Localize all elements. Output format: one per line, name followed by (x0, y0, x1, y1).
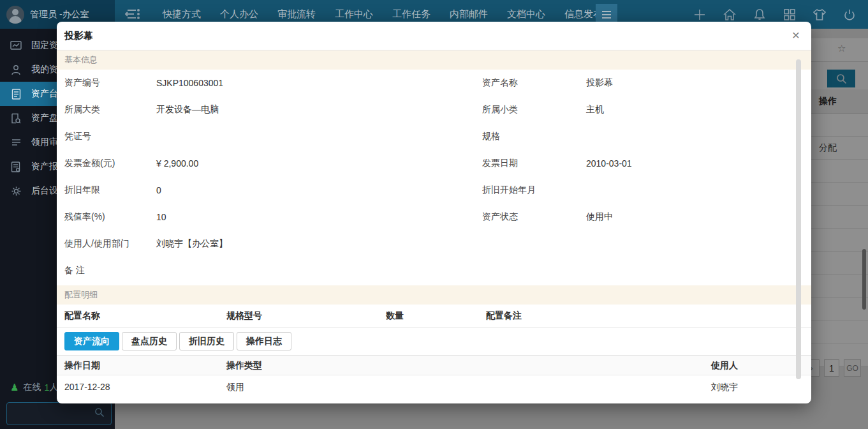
field-row: 使用人/使用部门 刘晓宇【办公室】 (57, 230, 811, 257)
section-config-detail: 配置明细 (57, 285, 811, 305)
field-label: 备 注 (64, 265, 85, 276)
field-label: 折旧开始年月 (482, 184, 536, 196)
flow-user: 刘晓宇 (711, 382, 738, 393)
basic-info-fields: 资产编号 SJKP100603001 资产名称 投影幕 所属大类 开发设备—电脑… (57, 70, 811, 284)
nav-internal-mail[interactable]: 内部邮件 (450, 8, 488, 20)
nav-work-center[interactable]: 工作中心 (335, 8, 373, 20)
nav-shortcuts[interactable]: 快捷方式 (163, 8, 201, 20)
report-doc-icon (10, 160, 22, 173)
field-row: 资产编号 SJKP100603001 资产名称 投影幕 (57, 70, 811, 96)
nav-work-tasks[interactable]: 工作任务 (392, 8, 430, 20)
tab-inventory-history[interactable]: 盘点历史 (122, 332, 177, 350)
config-col-note: 配置备注 (486, 310, 522, 322)
field-value: 主机 (586, 104, 604, 116)
field-value: 2010-03-01 (586, 158, 632, 169)
flow-date: 2017-12-28 (64, 382, 110, 392)
field-label: 资产编号 (64, 77, 100, 89)
close-icon[interactable]: × (792, 28, 800, 41)
power-icon[interactable] (842, 8, 857, 22)
modal-scrollbar-thumb[interactable] (796, 59, 801, 379)
field-row: 发票金额(元) ¥ 2,900.00 发票日期 2010-03-01 (57, 150, 811, 177)
field-label: 折旧年限 (64, 184, 100, 196)
bell-icon[interactable] (753, 8, 767, 22)
flow-table-row[interactable]: 2017-12-28 领用 刘晓宇 (57, 375, 811, 400)
field-label: 凭证号 (64, 131, 91, 142)
field-row: 折旧年限 0 折旧开始年月 (57, 177, 811, 204)
tab-depreciation-history[interactable]: 折旧历史 (179, 332, 234, 350)
sidebar-item-label: 资产台 (31, 88, 58, 100)
config-table-header: 配置名称 规格型号 数量 配置备注 (57, 305, 811, 327)
field-value: 使用中 (586, 211, 613, 223)
asset-detail-modal: 投影幕 × 基本信息 资产编号 SJKP100603001 资产名称 投影幕 所… (57, 22, 811, 403)
flow-col-type: 操作类型 (226, 360, 262, 372)
field-label: 发票日期 (482, 158, 518, 169)
modal-titlebar: 投影幕 × (57, 22, 811, 50)
field-value: SJKP100603001 (156, 78, 223, 88)
field-row: 备 注 (57, 257, 811, 284)
nav-personal-office[interactable]: 个人办公 (220, 8, 258, 20)
plus-icon[interactable] (693, 8, 707, 22)
flow-col-date: 操作日期 (64, 360, 100, 372)
field-label: 使用人/使用部门 (64, 238, 129, 250)
field-row: 残值率(%) 10 资产状态 使用中 (57, 204, 811, 230)
sidebar-item-label: 领用审 (31, 137, 58, 148)
sidebar-item-label: 固定资 (31, 40, 58, 51)
user-avatar[interactable] (6, 6, 24, 24)
sidebar-search-box (6, 402, 112, 425)
person-icon (10, 63, 22, 76)
field-label: 资产名称 (482, 77, 518, 89)
tab-asset-flow[interactable]: 资产流向 (64, 332, 119, 350)
config-col-qty: 数量 (386, 310, 404, 322)
nav-approval-flow[interactable]: 审批流转 (277, 8, 316, 20)
sidebar-search-input[interactable] (7, 409, 94, 419)
field-value: 刘晓宇【办公室】 (156, 238, 228, 250)
collapse-menu-icon[interactable] (125, 7, 142, 21)
detail-tabs: 资产流向 盘点历史 折旧历史 操作日志 (64, 332, 811, 350)
apps-grid-icon[interactable] (783, 8, 797, 22)
config-col-name: 配置名称 (64, 310, 100, 322)
doc-search-icon (10, 112, 22, 124)
theme-shirt-icon[interactable] (813, 8, 827, 22)
sidebar-item-label: 我的资 (31, 64, 58, 75)
sidebar-item-label: 后台设 (31, 185, 58, 197)
field-value: 开发设备—电脑 (156, 104, 219, 116)
flow-table-header: 操作日期 操作类型 使用人 (57, 355, 811, 375)
field-value: 10 (156, 212, 166, 222)
field-row: 所属大类 开发设备—电脑 所属小类 主机 (57, 96, 811, 123)
field-label: 发票金额(元) (64, 158, 115, 169)
online-person-icon: ♟ (10, 382, 18, 393)
field-label: 规格 (482, 131, 500, 142)
field-label: 所属小类 (482, 104, 518, 116)
gear-icon (10, 184, 22, 197)
field-value: ¥ 2,900.00 (156, 158, 198, 169)
field-label: 残值率(%) (64, 211, 105, 223)
section-basic-info: 基本信息 (57, 50, 811, 70)
search-icon[interactable] (94, 407, 105, 420)
tab-operation-log[interactable]: 操作日志 (237, 332, 291, 350)
config-col-model: 规格型号 (226, 310, 262, 322)
flow-col-user: 使用人 (711, 360, 738, 372)
field-value: 0 (156, 185, 161, 195)
field-label: 资产状态 (482, 211, 518, 223)
list-lines-icon (10, 136, 22, 149)
field-row: 凭证号 规格 (57, 123, 811, 150)
field-value: 投影幕 (586, 77, 613, 89)
sidebar-item-label: 资产盘 (31, 112, 58, 124)
online-count: 1 (44, 382, 49, 393)
ledger-icon (10, 87, 22, 100)
online-label: 在线 (23, 382, 41, 393)
user-name: 管理员 -办公室 (30, 9, 89, 20)
field-label: 所属大类 (64, 104, 100, 116)
modal-title: 投影幕 (64, 30, 93, 42)
sidebar-item-label: 资产报 (31, 161, 58, 172)
nav-document-center[interactable]: 文档中心 (507, 8, 545, 20)
home-icon[interactable] (723, 8, 737, 22)
chart-board-icon (10, 39, 22, 52)
online-status: ♟ 在线 1 人 (10, 382, 58, 393)
flow-type: 领用 (226, 382, 244, 393)
